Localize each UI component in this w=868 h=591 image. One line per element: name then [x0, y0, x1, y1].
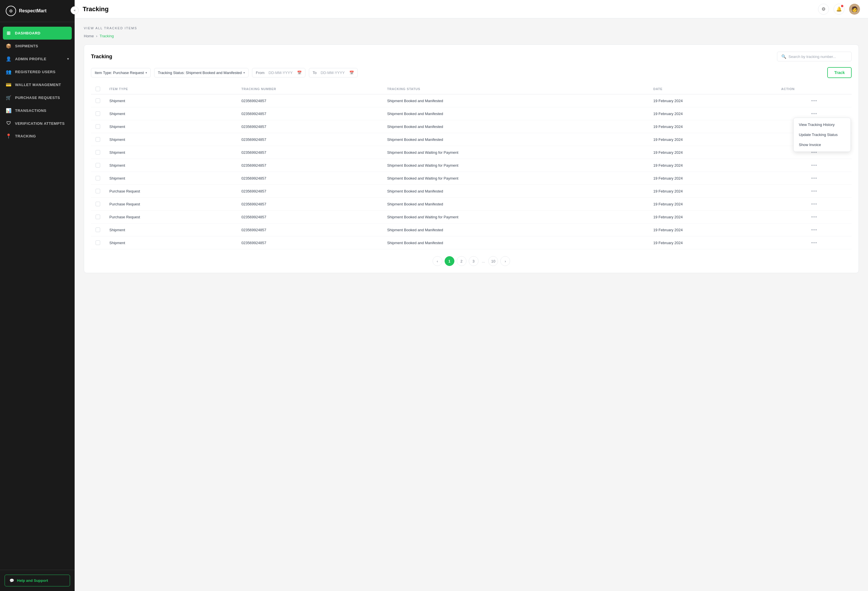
cell-tracking-number: 023569924857	[237, 107, 382, 120]
row-checkbox-9[interactable]	[96, 215, 100, 219]
row-checkbox-0[interactable]	[96, 99, 100, 103]
action-menu-button[interactable]	[781, 242, 847, 243]
row-checkbox-4[interactable]	[96, 150, 100, 155]
card-title: Tracking	[91, 54, 112, 60]
action-menu-button[interactable]	[781, 190, 847, 192]
cell-tracking-number: 023569924857	[237, 146, 382, 159]
help-support-button[interactable]: 💬 Help and Support	[4, 575, 70, 587]
pagination-prev[interactable]: ‹	[433, 256, 442, 266]
avatar[interactable]: 🧑	[849, 4, 860, 15]
date-to-field[interactable]: To DD-MM-YYYY 📅	[309, 68, 358, 77]
row-checkbox-11[interactable]	[96, 240, 100, 245]
cell-item-type: Shipment	[105, 94, 237, 107]
row-checkbox-2[interactable]	[96, 124, 100, 129]
wallet-management-icon: 💳	[6, 82, 12, 87]
table-row: Shipment 023569924857 Shipment Booked an…	[91, 94, 852, 107]
status-label: Tracking Status: Shipment Booked and Man…	[158, 71, 242, 75]
topbar: Tracking ⚙ 🔔 🧑	[75, 0, 868, 18]
sidebar-toggle[interactable]: «	[71, 6, 79, 14]
sidebar: ⊙ RespectMart « ⊞ Dashboard 📦 Shipments …	[0, 0, 75, 591]
cell-item-type: Shipment	[105, 120, 237, 133]
cell-item-type: Shipment	[105, 236, 237, 249]
sidebar-item-registered-users[interactable]: 👥 Registered Users	[0, 65, 75, 78]
pagination-page-3[interactable]: 3	[469, 256, 478, 266]
cell-tracking-number: 023569924857	[237, 172, 382, 185]
row-checkbox-7[interactable]	[96, 189, 100, 193]
context-menu: View Tracking History Update Tracking St…	[793, 118, 851, 152]
cell-date: 19 February 2024	[649, 236, 777, 249]
sidebar-logo: ⊙ RespectMart	[0, 0, 75, 22]
avatar-image: 🧑	[851, 6, 858, 12]
bell-icon: 🔔	[836, 6, 842, 12]
tracking-icon: 📍	[6, 133, 12, 139]
cell-tracking-status: Shipment Booked and Waiting for Payment	[382, 146, 649, 159]
sidebar-nav: ⊞ Dashboard 📦 Shipments 👤 Admin Profile …	[0, 22, 75, 570]
cell-tracking-number: 023569924857	[237, 197, 382, 211]
calendar-icon: 📅	[349, 71, 354, 75]
notifications-button[interactable]: 🔔	[834, 4, 844, 15]
item-type-filter[interactable]: Item Type: Purchase Request ▾	[91, 68, 151, 77]
date-from-field[interactable]: From DD-MM-YYYY 📅	[252, 68, 306, 77]
sidebar-item-label: Transactions	[15, 108, 46, 113]
row-checkbox-8[interactable]	[96, 202, 100, 206]
cell-item-type: Purchase Request	[105, 185, 237, 197]
help-label: Help and Support	[17, 578, 48, 583]
context-menu-show-invoice[interactable]: Show Invoice	[794, 140, 850, 150]
cell-tracking-number: 023569924857	[237, 120, 382, 133]
sidebar-item-transactions[interactable]: 📊 Transactions	[0, 104, 75, 117]
pagination: ‹ 1 2 3 ... 10 ›	[91, 256, 852, 266]
cell-tracking-number: 023569924857	[237, 159, 382, 172]
pagination-next[interactable]: ›	[500, 256, 510, 266]
breadcrumb-current: Tracking	[100, 34, 114, 38]
pagination-ellipsis: ...	[481, 259, 486, 263]
sidebar-item-shipments[interactable]: 📦 Shipments	[0, 40, 75, 53]
row-checkbox-10[interactable]	[96, 227, 100, 232]
action-menu-button[interactable]	[781, 178, 847, 179]
search-input[interactable]	[788, 55, 847, 59]
sidebar-item-wallet-management[interactable]: 💳 Wallet Management	[0, 78, 75, 91]
settings-button[interactable]: ⚙	[818, 4, 829, 15]
track-button[interactable]: Track	[827, 67, 852, 78]
cell-tracking-status: Shipment Booked and Manifested	[382, 224, 649, 236]
action-menu-button[interactable]	[781, 203, 847, 205]
sidebar-item-tracking[interactable]: 📍 Tracking	[0, 130, 75, 143]
cell-date: 19 February 2024	[649, 133, 777, 146]
col-date: DATE	[649, 84, 777, 94]
cell-date: 19 February 2024	[649, 94, 777, 107]
sidebar-item-dashboard[interactable]: ⊞ Dashboard	[3, 27, 72, 40]
row-checkbox-1[interactable]	[96, 111, 100, 116]
breadcrumb-separator: ›	[96, 34, 97, 38]
cell-tracking-number: 023569924857	[237, 94, 382, 107]
breadcrumb-home[interactable]: Home	[84, 34, 94, 38]
row-checkbox-5[interactable]	[96, 163, 100, 168]
search-box[interactable]: 🔍	[777, 52, 852, 61]
row-checkbox-3[interactable]	[96, 137, 100, 142]
context-menu-view-history[interactable]: View Tracking History	[794, 119, 850, 130]
context-menu-update-status[interactable]: Update Tracking Status	[794, 130, 850, 140]
pagination-page-2[interactable]: 2	[457, 256, 466, 266]
admin-profile-icon: 👤	[6, 56, 12, 62]
sidebar-item-admin-profile[interactable]: 👤 Admin Profile ▾	[0, 53, 75, 65]
sidebar-item-verification-attempts[interactable]: 🛡 Verification Attempts	[0, 117, 75, 130]
row-checkbox-6[interactable]	[96, 176, 100, 180]
sidebar-item-label: Wallet Management	[15, 83, 61, 87]
pagination-page-1[interactable]: 1	[444, 256, 455, 266]
select-all-checkbox[interactable]	[96, 87, 100, 91]
action-menu-button[interactable]	[781, 229, 847, 230]
action-menu-button[interactable]	[781, 113, 847, 114]
cell-tracking-status: Shipment Booked and Manifested	[382, 133, 649, 146]
status-filter[interactable]: Tracking Status: Shipment Booked and Man…	[154, 68, 249, 77]
dashboard-icon: ⊞	[6, 30, 12, 36]
action-menu-button[interactable]	[781, 216, 847, 217]
sidebar-item-label: Registered Users	[15, 70, 56, 74]
registered-users-icon: 👥	[6, 69, 12, 75]
pagination-page-10[interactable]: 10	[488, 256, 498, 266]
action-menu-button[interactable]	[781, 165, 847, 166]
action-menu-button[interactable]	[781, 100, 847, 101]
cell-date: 19 February 2024	[649, 107, 777, 120]
table-row: Shipment 023569924857 Shipment Booked an…	[91, 146, 852, 159]
table-wrap: ITEM TYPE TRACKING NUMBER TRACKING STATU…	[91, 84, 852, 249]
topbar-actions: ⚙ 🔔 🧑	[818, 4, 860, 15]
sidebar-item-purchase-requests[interactable]: 🛒 Purchase Requests	[0, 91, 75, 104]
action-menu-button[interactable]	[781, 152, 847, 153]
